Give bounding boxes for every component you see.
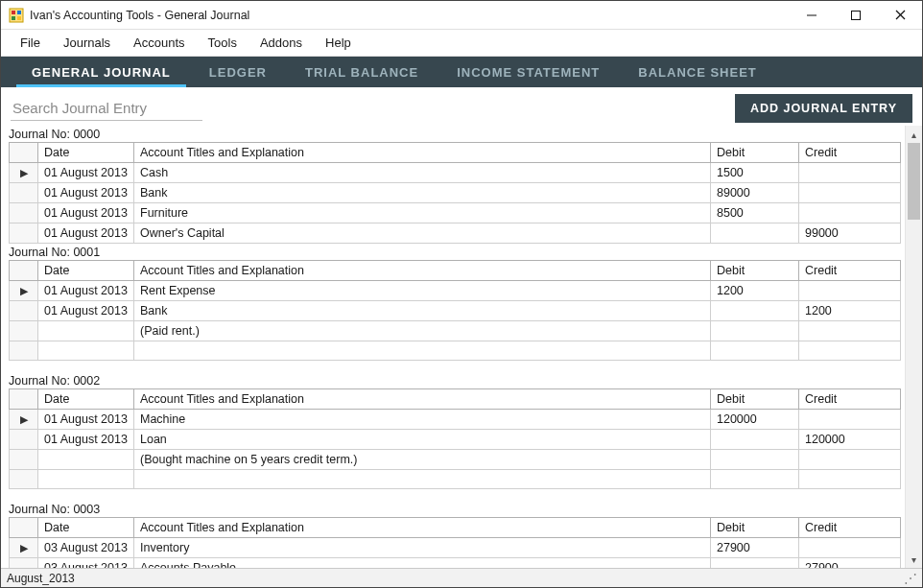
cell-account[interactable]: Bank [134,183,711,203]
cell-account[interactable]: (Paid rent.) [134,321,711,341]
cell-debit[interactable] [711,321,799,341]
column-header-account[interactable]: Account Titles and Explanation [134,389,711,410]
cell-account[interactable]: Bank [134,301,711,321]
scroll-track[interactable] [906,143,922,551]
cell-debit[interactable]: 1500 [711,163,799,183]
row-selector[interactable] [10,203,38,223]
cell-account[interactable]: Accounts Payable [134,558,711,569]
minimize-button[interactable] [790,1,834,29]
table-row[interactable]: ▶03 August 2013Inventory27900 [10,538,901,558]
menu-journals[interactable]: Journals [52,32,122,54]
table-row[interactable]: 01 August 2013Bank1200 [10,301,901,321]
cell-account[interactable]: Furniture [134,203,711,223]
scroll-down-arrow-icon[interactable]: ▾ [906,551,922,568]
row-selector[interactable] [10,470,38,489]
cell-credit[interactable] [799,321,901,341]
row-selector[interactable] [10,223,38,244]
cell-date[interactable]: 01 August 2013 [38,281,134,301]
cell-account[interactable]: Machine [134,410,711,430]
table-row[interactable]: ▶01 August 2013Machine120000 [10,410,901,430]
vertical-scrollbar[interactable]: ▴ ▾ [905,126,922,568]
cell-account[interactable]: Inventory [134,538,711,558]
column-header-date[interactable]: Date [38,261,134,281]
cell-date[interactable]: 01 August 2013 [38,430,134,450]
column-header-debit[interactable]: Debit [711,518,799,538]
row-selector[interactable]: ▶ [10,163,38,183]
maximize-button[interactable] [834,1,878,29]
table-row[interactable]: ▶01 August 2013Cash1500 [10,163,901,183]
cell-date[interactable]: 01 August 2013 [38,203,134,223]
close-button[interactable] [878,1,922,29]
cell-debit[interactable] [711,223,799,244]
cell-credit[interactable] [799,183,901,203]
cell-account[interactable]: Cash [134,163,711,183]
column-header-account[interactable]: Account Titles and Explanation [134,518,711,538]
row-selector[interactable] [10,321,38,341]
cell-debit[interactable] [711,450,799,470]
column-header-credit[interactable]: Credit [799,261,901,281]
search-input[interactable] [11,96,202,121]
cell-credit[interactable] [799,538,901,558]
cell-credit[interactable] [799,450,901,470]
cell-debit[interactable]: 8500 [711,203,799,223]
table-row[interactable]: 01 August 2013Furniture8500 [10,203,901,223]
column-header-account[interactable]: Account Titles and Explanation [134,261,711,281]
menu-file[interactable]: File [9,32,52,54]
row-selector[interactable] [10,301,38,321]
cell-date[interactable]: 03 August 2013 [38,558,134,569]
cell-credit[interactable]: 99000 [799,223,901,244]
tab-general-journal[interactable]: GENERAL JOURNAL [12,57,190,87]
cell-debit[interactable]: 120000 [711,410,799,430]
cell-debit[interactable] [711,558,799,569]
row-selector[interactable] [10,430,38,450]
cell-date[interactable]: 01 August 2013 [38,183,134,203]
menu-accounts[interactable]: Accounts [122,32,196,54]
row-selector[interactable] [10,341,38,361]
row-selector[interactable]: ▶ [10,538,38,558]
cell-date[interactable]: 01 August 2013 [38,301,134,321]
tab-balance-sheet[interactable]: BALANCE SHEET [619,57,776,87]
tab-income-statement[interactable]: INCOME STATEMENT [438,57,619,87]
add-journal-entry-button[interactable]: ADD JOURNAL ENTRY [735,94,912,123]
row-selector[interactable] [10,183,38,203]
cell-credit[interactable] [799,163,901,183]
table-row[interactable]: 01 August 2013Loan120000 [10,430,901,450]
column-header-debit[interactable]: Debit [711,261,799,281]
column-header-date[interactable]: Date [38,389,134,410]
cell-credit[interactable]: 27900 [799,558,901,569]
table-row[interactable]: (Bought machine on 5 years credit term.) [10,450,901,470]
cell-debit[interactable] [711,430,799,450]
table-row[interactable]: 03 August 2013Accounts Payable27900 [10,558,901,569]
cell-account[interactable]: (Bought machine on 5 years credit term.) [134,450,711,470]
table-row[interactable]: ▶01 August 2013Rent Expense1200 [10,281,901,301]
row-selector[interactable] [10,450,38,470]
cell-credit[interactable]: 120000 [799,430,901,450]
cell-credit[interactable]: 1200 [799,301,901,321]
tab-trial-balance[interactable]: TRIAL BALANCE [286,57,438,87]
column-header-date[interactable]: Date [38,518,134,538]
table-row[interactable]: (Paid rent.) [10,321,901,341]
cell-date[interactable]: 01 August 2013 [38,163,134,183]
cell-debit[interactable] [711,301,799,321]
cell-account[interactable]: Rent Expense [134,281,711,301]
table-row[interactable]: 01 August 2013Bank89000 [10,183,901,203]
column-header-date[interactable]: Date [38,143,134,163]
cell-credit[interactable] [799,203,901,223]
cell-date[interactable]: 03 August 2013 [38,538,134,558]
scroll-thumb[interactable] [908,143,920,220]
column-header-debit[interactable]: Debit [711,143,799,163]
column-header-debit[interactable]: Debit [711,389,799,410]
menu-tools[interactable]: Tools [197,32,248,54]
row-selector[interactable] [10,558,38,569]
cell-date[interactable] [38,450,134,470]
cell-date[interactable] [38,321,134,341]
cell-date[interactable]: 01 August 2013 [38,410,134,430]
cell-debit[interactable]: 27900 [711,538,799,558]
tab-ledger[interactable]: LEDGER [190,57,286,87]
cell-debit[interactable]: 89000 [711,183,799,203]
column-header-account[interactable]: Account Titles and Explanation [134,143,711,163]
cell-credit[interactable] [799,281,901,301]
scroll-up-arrow-icon[interactable]: ▴ [906,126,922,143]
cell-credit[interactable] [799,410,901,430]
row-selector[interactable]: ▶ [10,281,38,301]
